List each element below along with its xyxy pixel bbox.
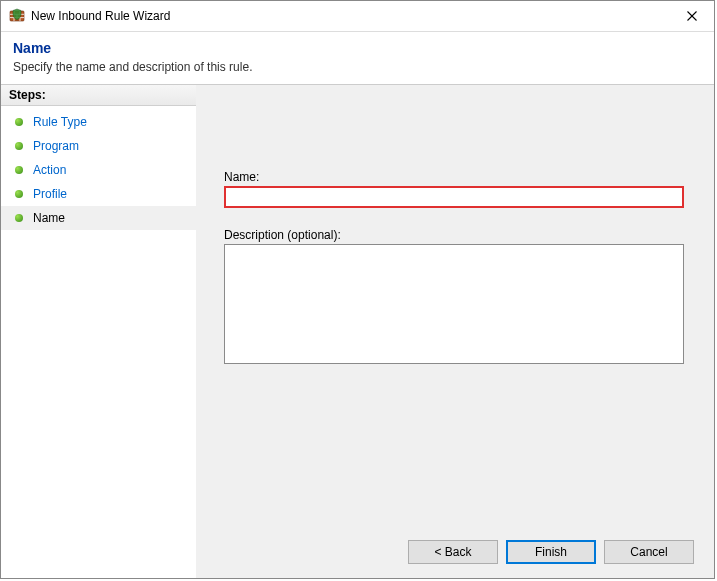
name-input[interactable] <box>224 186 684 208</box>
body: Steps: Rule Type Program Action Profile <box>1 85 714 578</box>
back-button[interactable]: < Back <box>408 540 498 564</box>
name-label: Name: <box>224 170 684 184</box>
step-program[interactable]: Program <box>1 134 196 158</box>
header: Name Specify the name and description of… <box>1 32 714 85</box>
form-area: Name: Description (optional): <box>224 170 684 367</box>
finish-button[interactable]: Finish <box>506 540 596 564</box>
step-profile[interactable]: Profile <box>1 182 196 206</box>
step-label[interactable]: Action <box>33 161 66 179</box>
step-name[interactable]: Name <box>1 206 196 230</box>
content-pane: Name: Description (optional): < Back Fin… <box>196 85 714 578</box>
step-label: Name <box>33 209 65 227</box>
sidebar: Steps: Rule Type Program Action Profile <box>1 85 196 578</box>
description-label: Description (optional): <box>224 228 684 242</box>
close-icon <box>687 11 697 21</box>
close-button[interactable] <box>669 1 714 31</box>
step-bullet-icon <box>15 214 23 222</box>
window-title: New Inbound Rule Wizard <box>31 9 170 23</box>
cancel-button[interactable]: Cancel <box>604 540 694 564</box>
description-input[interactable] <box>224 244 684 364</box>
footer-buttons: < Back Finish Cancel <box>408 540 694 564</box>
step-label[interactable]: Rule Type <box>33 113 87 131</box>
firewall-icon <box>9 8 25 24</box>
step-rule-type[interactable]: Rule Type <box>1 110 196 134</box>
wizard-window: New Inbound Rule Wizard Name Specify the… <box>0 0 715 579</box>
page-title: Name <box>13 40 702 56</box>
titlebar: New Inbound Rule Wizard <box>1 1 714 32</box>
page-subtitle: Specify the name and description of this… <box>13 60 702 74</box>
sidebar-heading: Steps: <box>1 85 196 106</box>
step-action[interactable]: Action <box>1 158 196 182</box>
step-bullet-icon <box>15 190 23 198</box>
step-label[interactable]: Profile <box>33 185 67 203</box>
step-bullet-icon <box>15 166 23 174</box>
step-bullet-icon <box>15 142 23 150</box>
steps-list: Rule Type Program Action Profile Name <box>1 106 196 230</box>
step-bullet-icon <box>15 118 23 126</box>
step-label[interactable]: Program <box>33 137 79 155</box>
